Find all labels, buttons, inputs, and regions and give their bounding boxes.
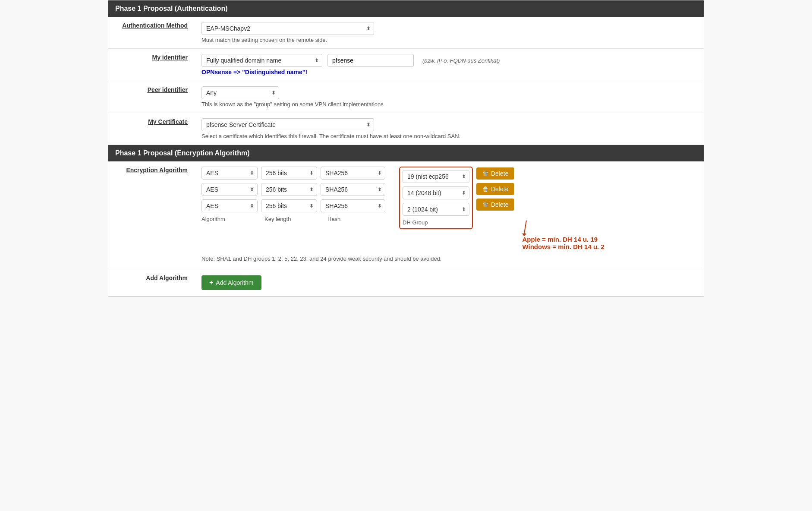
enc-row-3: AES ⬍ 256 bits ⬍: [201, 199, 396, 212]
enc-algorithm-content-cell: AES ⬍ 256 bits ⬍: [195, 161, 704, 269]
auth-method-label: Authentication Method: [122, 22, 188, 29]
enc-row1-hash-select[interactable]: SHA256: [321, 167, 385, 180]
my-identifier-hint: (bzw. IP o. FQDN aus Zerifikat): [422, 57, 500, 64]
my-certificate-row: My Certificate pfsense Server Certificat…: [108, 113, 704, 145]
svg-line-0: [524, 221, 526, 233]
phase1-auth-title: Phase 1 Proposal (Authentication): [115, 5, 227, 12]
add-algorithm-button-label: Add Algorithm: [216, 279, 253, 286]
enc-main-cols: AES ⬍ 256 bits ⬍: [201, 167, 396, 222]
delete-row3-button[interactable]: 🗑 Delete: [476, 199, 514, 211]
my-identifier-value-input[interactable]: [327, 54, 414, 67]
my-identifier-type-select[interactable]: Fully qualified domain name: [201, 54, 322, 67]
enc-row3-dh-select[interactable]: 2 (1024 bit): [403, 203, 469, 216]
dh-group-box: 19 (nist ecp256 ⬍ 14 (2048 bit) ⬍: [399, 167, 473, 229]
enc-algorithm-label-cell: Encryption Algorithm: [108, 161, 195, 269]
delete-buttons-col: 🗑 Delete 🗑 Delete 🗑 Delete: [476, 167, 514, 211]
dh-col-label: DH Group: [403, 219, 469, 226]
my-certificate-label-cell: My Certificate: [108, 113, 195, 145]
enc-row2-alg-wrapper: AES ⬍: [201, 183, 258, 196]
my-identifier-value-cell: Fully qualified domain name ⬍ (bzw. IP o…: [195, 49, 704, 81]
phase1-enc-table: Encryption Algorithm AES ⬍: [108, 161, 704, 297]
auth-method-row: Authentication Method EAP-MSChapv2 ⬍ Mus…: [108, 17, 704, 49]
delete-row1-label: Delete: [491, 170, 508, 177]
alg-col-label: Algorithm: [201, 216, 261, 222]
delete-row2-button[interactable]: 🗑 Delete: [476, 183, 514, 195]
auth-method-value-cell: EAP-MSChapv2 ⬍ Must match the setting ch…: [195, 17, 704, 49]
enc-row2-dh-select[interactable]: 14 (2048 bit): [403, 186, 469, 199]
hash-col-label: Hash: [327, 216, 396, 222]
delete-row1-button[interactable]: 🗑 Delete: [476, 167, 514, 180]
peer-identifier-select[interactable]: Any: [201, 86, 279, 99]
enc-row1-hash-wrapper: SHA256 ⬍: [321, 167, 385, 180]
trash-icon-2: 🗑: [482, 186, 488, 192]
phase1-auth-table: Authentication Method EAP-MSChapv2 ⬍ Mus…: [108, 17, 704, 145]
add-algorithm-button[interactable]: + Add Algorithm: [201, 275, 261, 290]
auth-method-help: Must match the setting chosen on the rem…: [201, 37, 697, 43]
enc-row1-alg-wrapper: AES ⬍: [201, 167, 258, 180]
weak-security-note: Note: SHA1 and DH groups 1, 2, 5, 22, 23…: [201, 256, 697, 262]
add-algorithm-button-cell: + Add Algorithm: [195, 269, 704, 297]
annotation-arrow-graphic: [522, 218, 548, 236]
enc-row1-dh-wrapper: 19 (nist ecp256 ⬍: [403, 170, 469, 183]
enc-row1-alg-select[interactable]: AES: [201, 167, 258, 180]
phase1-auth-header: Phase 1 Proposal (Authentication): [108, 0, 704, 17]
enc-row3-key-wrapper: 256 bits ⬍: [261, 199, 317, 212]
delete-row2-label: Delete: [491, 186, 508, 192]
my-identifier-controls: Fully qualified domain name ⬍ (bzw. IP o…: [201, 54, 697, 67]
plus-icon: +: [209, 279, 213, 287]
trash-icon-1: 🗑: [482, 170, 488, 177]
peer-identifier-help: This is known as the "group" setting on …: [201, 101, 697, 107]
my-certificate-value-cell: pfsense Server Certificate ⬍ Select a ce…: [195, 113, 704, 145]
enc-row3-alg-wrapper: AES ⬍: [201, 199, 258, 212]
enc-row3-alg-select[interactable]: AES: [201, 199, 258, 212]
enc-row2-alg-select[interactable]: AES: [201, 183, 258, 196]
auth-method-select-wrapper: EAP-MSChapv2 ⬍: [201, 22, 374, 35]
enc-row1-key-wrapper: 256 bits ⬍: [261, 167, 317, 180]
svg-marker-1: [522, 233, 526, 236]
annotation-line1: Apple = min. DH 14 u. 19: [522, 236, 598, 243]
enc-row-2: AES ⬍ 256 bits ⬍: [201, 183, 396, 196]
key-col-label: Key length: [264, 216, 324, 222]
auth-method-label-cell: Authentication Method: [108, 17, 195, 49]
enc-row3-key-select[interactable]: 256 bits: [261, 199, 317, 212]
enc-algorithm-label: Encryption Algorithm: [126, 167, 188, 173]
enc-row2-dh-wrapper: 14 (2048 bit) ⬍: [403, 186, 469, 199]
add-algorithm-label-cell: Add Algorithm: [108, 269, 195, 297]
enc-algorithm-row: Encryption Algorithm AES ⬍: [108, 161, 704, 269]
enc-row2-hash-wrapper: SHA256 ⬍: [321, 183, 385, 196]
my-certificate-select[interactable]: pfsense Server Certificate: [201, 118, 374, 131]
peer-identifier-value-cell: Any ⬍ This is known as the "group" setti…: [195, 81, 704, 113]
enc-row1-key-select[interactable]: 256 bits: [261, 167, 317, 180]
enc-row3-hash-wrapper: SHA256 ⬍: [321, 199, 385, 212]
my-identifier-label: My identifier: [152, 54, 188, 61]
enc-row2-key-select[interactable]: 256 bits: [261, 183, 317, 196]
trash-icon-3: 🗑: [482, 201, 488, 208]
peer-identifier-label: Peer identifier: [148, 86, 188, 93]
add-algorithm-label: Add Algorithm: [146, 274, 188, 281]
peer-identifier-label-cell: Peer identifier: [108, 81, 195, 113]
peer-identifier-select-wrapper: Any ⬍: [201, 86, 279, 99]
opn-note: OPNsense => "Distinguished name"!: [201, 69, 697, 76]
annotation-line2: Windows = min. DH 14 u. 2: [522, 243, 604, 250]
enc-row2-key-wrapper: 256 bits ⬍: [261, 183, 317, 196]
add-algorithm-row: Add Algorithm + Add Algorithm: [108, 269, 704, 297]
my-certificate-label: My Certificate: [148, 118, 188, 125]
delete-row3-label: Delete: [491, 201, 508, 208]
my-certificate-select-wrapper: pfsense Server Certificate ⬍: [201, 118, 374, 131]
enc-col-labels: Algorithm Key length Hash: [201, 216, 396, 222]
peer-identifier-row: Peer identifier Any ⬍ This is known as t…: [108, 81, 704, 113]
annotation-container: Apple = min. DH 14 u. 19 Windows = min. …: [518, 167, 604, 250]
enc-rows-container: AES ⬍ 256 bits ⬍: [201, 167, 697, 250]
enc-row3-hash-select[interactable]: SHA256: [321, 199, 385, 212]
enc-row2-hash-select[interactable]: SHA256: [321, 183, 385, 196]
auth-method-select[interactable]: EAP-MSChapv2: [201, 22, 374, 35]
my-certificate-help: Select a certificate which identifies th…: [201, 133, 697, 139]
enc-row1-dh-select[interactable]: 19 (nist ecp256: [403, 170, 469, 183]
my-identifier-type-wrapper: Fully qualified domain name ⬍: [201, 54, 322, 67]
enc-row3-dh-wrapper: 2 (1024 bit) ⬍: [403, 203, 469, 216]
my-identifier-label-cell: My identifier: [108, 49, 195, 81]
my-identifier-row: My identifier Fully qualified domain nam…: [108, 49, 704, 81]
phase1-enc-title: Phase 1 Proposal (Encryption Algorithm): [115, 149, 249, 157]
phase1-enc-header: Phase 1 Proposal (Encryption Algorithm): [108, 145, 704, 161]
enc-row-1: AES ⬍ 256 bits ⬍: [201, 167, 396, 180]
